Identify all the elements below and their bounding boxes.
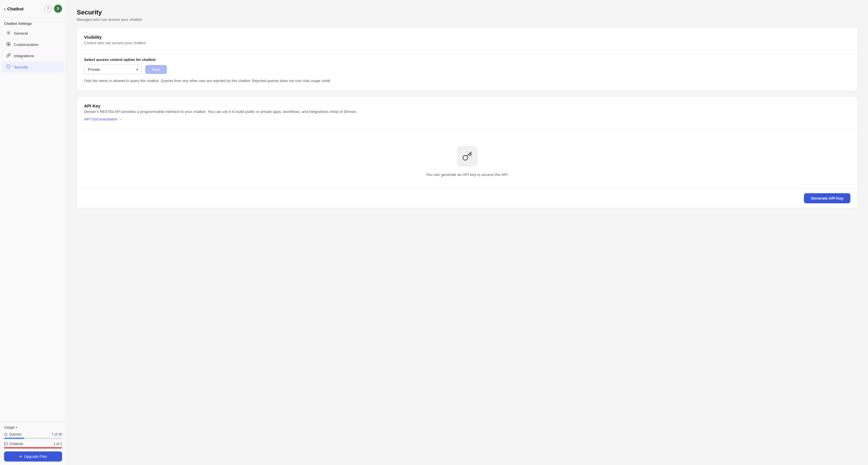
chatbots-label: Chatbots [4, 442, 23, 446]
access-control-row: Private Public Password Protected ▼ Save [84, 65, 850, 74]
sidebar-item-general[interactable]: General [2, 28, 64, 39]
back-label: Chatbot [7, 6, 24, 11]
queries-bar-bg [4, 438, 62, 439]
queries-icon [4, 433, 8, 436]
sidebar: ‹ Chatbot ? S Chatbot Settings General [0, 0, 66, 465]
sidebar-header: ‹ Chatbot ? S [0, 0, 66, 18]
page-subtitle: Manages who can access your chatbot [77, 17, 858, 22]
chatbots-icon [4, 442, 8, 446]
header-icons: ? S [44, 5, 62, 13]
sidebar-item-integrations-label: Integrations [14, 54, 34, 58]
usage-title[interactable]: Usage > [4, 426, 62, 430]
sidebar-item-customization-label: Customization [14, 42, 39, 47]
key-icon-box [457, 146, 477, 167]
access-control-select[interactable]: Private Public Password Protected [84, 65, 142, 74]
sidebar-item-general-label: General [14, 31, 28, 35]
visibility-info-text: Only the owner is allowed to query this … [84, 78, 850, 84]
access-control-select-wrapper: Private Public Password Protected ▼ [84, 65, 142, 74]
chatbots-count: 1 of 1 [54, 442, 62, 446]
usage-queries-row: Queries 7 of 20 [4, 432, 62, 436]
page-title: Security [77, 9, 858, 16]
queries-count: 7 of 20 [52, 432, 62, 436]
general-icon [6, 31, 11, 36]
usage-chatbots-row: Chatbots 1 of 1 [4, 442, 62, 446]
security-icon [6, 64, 11, 70]
sidebar-item-integrations[interactable]: Integrations [2, 50, 64, 61]
visibility-divider [77, 50, 857, 51]
api-empty-text: You can generate an API key to access th… [426, 173, 508, 177]
generate-api-key-button[interactable]: Generate API Key [804, 193, 850, 203]
api-key-card-body: You can generate an API key to access th… [77, 128, 857, 188]
sidebar-section-title: Chatbot Settings [0, 18, 66, 27]
upgrade-label: Upgrade Plan [24, 454, 47, 459]
svg-point-0 [8, 32, 9, 33]
api-key-title: API Key [84, 103, 850, 108]
help-button[interactable]: ? [44, 5, 52, 12]
api-key-description: Denser's RESTful API provides a programm… [84, 110, 850, 114]
main-content: Security Manages who can access your cha… [66, 0, 868, 465]
sidebar-nav: Chatbot Settings General Customization [0, 18, 66, 422]
sidebar-bottom: Usage > Queries 7 of 20 Chatbots 1 of 1 [0, 422, 66, 465]
sidebar-item-security[interactable]: Security [2, 62, 64, 72]
back-arrow-icon: ‹ [4, 6, 5, 11]
key-icon [462, 151, 472, 161]
integrations-icon [6, 53, 11, 58]
api-key-card-header: API Key Denser's RESTful API provides a … [77, 96, 857, 128]
chatbots-bar-bg [4, 447, 62, 448]
back-button[interactable]: ‹ Chatbot [4, 6, 24, 11]
visibility-card: Visibility Control who can access your c… [77, 27, 858, 91]
sidebar-item-customization[interactable]: Customization [2, 39, 64, 50]
api-doc-link[interactable]: API Documentation → [84, 117, 123, 121]
sidebar-item-security-label: Security [14, 65, 28, 69]
upgrade-icon: ✦ [19, 454, 22, 459]
visibility-card-title: Visibility [84, 35, 850, 39]
chatbots-bar-fill [4, 447, 62, 448]
visibility-card-subtitle: Control who can access your chatbot. [84, 41, 850, 45]
queries-label: Queries [4, 432, 21, 436]
svg-point-2 [5, 433, 7, 436]
save-button[interactable]: Save [145, 65, 167, 74]
avatar[interactable]: S [54, 5, 62, 13]
customization-icon [6, 42, 11, 47]
access-control-label: Select access control option for chatbot [84, 58, 850, 62]
upgrade-plan-button[interactable]: ✦ Upgrade Plan [4, 452, 62, 462]
generate-btn-row: Generate API Key [77, 188, 857, 208]
api-key-card: API Key Denser's RESTful API provides a … [77, 96, 858, 208]
queries-bar-fill [4, 438, 24, 439]
